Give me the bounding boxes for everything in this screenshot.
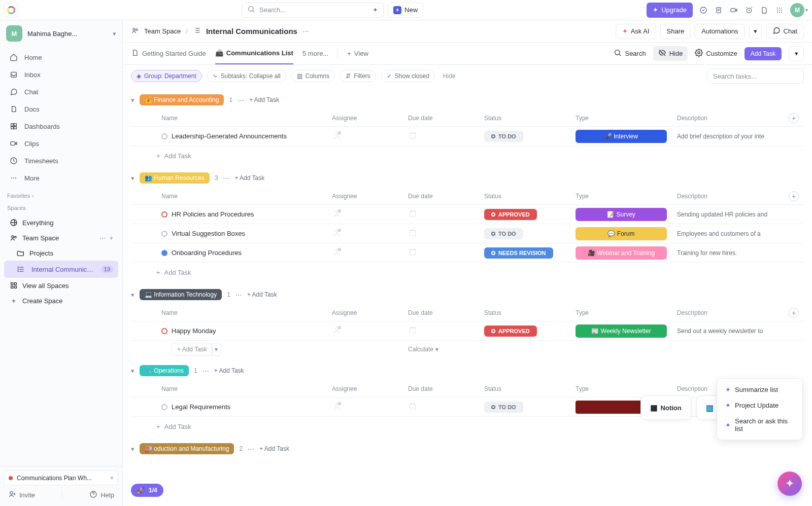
- col-due-date[interactable]: Due date: [408, 309, 484, 316]
- col-type[interactable]: Type: [576, 115, 677, 122]
- type-badge[interactable]: 🎥 Webinar and Training: [576, 246, 667, 260]
- subtasks-chip[interactable]: ⤷Subtasks: Collapse all: [207, 70, 286, 82]
- chevron-down-icon[interactable]: ▾: [131, 174, 134, 182]
- chevron-down-icon[interactable]: ▾: [131, 291, 134, 299]
- ask-search[interactable]: ✦Search or ask this list: [720, 413, 799, 437]
- tab-add-view[interactable]: +View: [347, 43, 368, 64]
- col-name[interactable]: Name: [146, 309, 332, 316]
- doc-icon[interactable]: [760, 6, 769, 15]
- status-badge[interactable]: TO DO: [484, 131, 523, 142]
- status-badge[interactable]: TO DO: [484, 402, 523, 413]
- add-task-row[interactable]: +Add Task: [131, 146, 804, 165]
- status-dot-icon[interactable]: [161, 328, 167, 334]
- columns-chip[interactable]: ▥Columns: [291, 70, 335, 82]
- nav-clips[interactable]: Clips: [4, 135, 118, 152]
- status-badge[interactable]: APPROVED: [484, 209, 537, 220]
- ask-summarize[interactable]: ✦Summarize list: [720, 382, 799, 397]
- task-search[interactable]: Search tasks...: [707, 68, 804, 84]
- status-dot-icon[interactable]: [161, 404, 167, 410]
- group-add-task[interactable]: + Add Task: [259, 445, 289, 452]
- col-status[interactable]: Status: [484, 115, 576, 122]
- add-task-dropdown-inline[interactable]: ▾: [211, 343, 221, 356]
- date-empty-icon[interactable]: [408, 247, 417, 258]
- ask-project-update[interactable]: ✦Project Update: [720, 397, 799, 413]
- col-type[interactable]: Type: [576, 385, 677, 392]
- group-tag[interactable]: 🔧 Operations: [140, 365, 189, 376]
- col-description[interactable]: Description: [677, 193, 789, 200]
- nav-inbox[interactable]: Inbox: [4, 66, 118, 83]
- plus-icon[interactable]: +: [109, 234, 113, 242]
- chevron-down-icon[interactable]: ▾: [131, 367, 134, 375]
- add-task-row[interactable]: +Add Task: [131, 263, 804, 282]
- add-column[interactable]: +: [789, 191, 799, 201]
- favorites-section[interactable]: Favorites›: [0, 189, 122, 201]
- add-task-inline[interactable]: + Add Task: [172, 343, 213, 356]
- automations-dropdown[interactable]: ▾: [749, 24, 762, 39]
- status-dot-icon[interactable]: [161, 250, 167, 256]
- tree-everything[interactable]: Everything: [4, 215, 118, 230]
- task-row[interactable]: Leadership-Generated Announcements TO DO…: [131, 127, 804, 146]
- more-icon[interactable]: ⋯: [99, 234, 106, 242]
- video-icon[interactable]: [729, 6, 738, 15]
- col-assignee[interactable]: Assignee: [332, 309, 408, 316]
- share-button[interactable]: Share: [660, 24, 691, 39]
- status-dot-icon[interactable]: [161, 211, 167, 218]
- tab-getting-started[interactable]: Getting Started Guide: [131, 43, 206, 64]
- group-more[interactable]: ⋯: [223, 174, 229, 182]
- toolbar-hide[interactable]: Hide: [443, 73, 456, 80]
- notepad-icon[interactable]: [714, 6, 723, 15]
- date-empty-icon[interactable]: [408, 402, 417, 412]
- assignee-empty-icon[interactable]: [332, 208, 342, 220]
- tree-projects[interactable]: Projects: [4, 245, 118, 261]
- group-more[interactable]: ⋯: [202, 367, 209, 375]
- customize-button[interactable]: Customize: [695, 49, 737, 58]
- new-button[interactable]: + New: [388, 3, 423, 18]
- tree-view-all[interactable]: View all Spaces: [4, 278, 118, 293]
- type-badge[interactable]: 🎤 Interview: [576, 130, 667, 143]
- group-tag[interactable]: 👥 Human Resources: [140, 172, 210, 184]
- task-row[interactable]: Happy Monday APPROVED 📰 Weekly Newslette…: [131, 321, 804, 341]
- add-task-dropdown[interactable]: ▾: [789, 46, 804, 61]
- tree-create-space[interactable]: +Create Space: [4, 293, 118, 308]
- col-description[interactable]: Description: [677, 309, 789, 316]
- date-empty-icon[interactable]: [408, 326, 417, 336]
- col-type[interactable]: Type: [576, 193, 677, 200]
- nav-more[interactable]: More: [4, 169, 118, 187]
- group-more[interactable]: ⋯: [248, 445, 254, 453]
- filters-chip[interactable]: ⇵Filters: [340, 70, 376, 82]
- col-description[interactable]: Description: [677, 115, 789, 122]
- nav-dashboards[interactable]: Dashboards: [4, 118, 118, 135]
- check-circle-icon[interactable]: [699, 6, 708, 15]
- global-search[interactable]: Search... ✦: [242, 3, 384, 18]
- task-row[interactable]: HR Policies and Procedures APPROVED 📝 Su…: [131, 205, 804, 224]
- workspace-switcher[interactable]: M Mahima Baghe... ▾: [0, 20, 122, 47]
- type-badge[interactable]: 📝 Survey: [576, 208, 667, 221]
- task-row[interactable]: Onboarding Procedures NEEDS REVISION 🎥 W…: [131, 243, 804, 263]
- group-add-task[interactable]: + Add Task: [234, 174, 264, 182]
- task-row[interactable]: Virtual Suggestion Boxes TO DO 💬 Forum E…: [131, 224, 804, 243]
- date-empty-icon[interactable]: [408, 131, 417, 141]
- col-due-date[interactable]: Due date: [408, 193, 484, 200]
- col-name[interactable]: Name: [146, 193, 332, 200]
- apps-icon[interactable]: [775, 6, 784, 15]
- group-add-task[interactable]: + Add Task: [247, 291, 277, 298]
- col-type[interactable]: Type: [576, 309, 677, 316]
- col-name[interactable]: Name: [146, 115, 332, 122]
- col-status[interactable]: Status: [484, 385, 576, 392]
- group-tag[interactable]: 💰 Finance and Accounting: [140, 94, 224, 105]
- assignee-empty-icon[interactable]: [332, 228, 342, 239]
- add-task-button[interactable]: Add Task: [745, 47, 782, 60]
- nav-home[interactable]: Home: [4, 49, 118, 66]
- status-badge[interactable]: NEEDS REVISION: [484, 247, 553, 259]
- chevron-down-icon[interactable]: ▾: [131, 96, 134, 104]
- onboarding-progress[interactable]: 🚀 1/4: [131, 484, 163, 497]
- col-status[interactable]: Status: [484, 193, 576, 200]
- assignee-empty-icon[interactable]: [332, 325, 342, 337]
- show-closed-chip[interactable]: ✓Show closed: [381, 70, 435, 82]
- col-due-date[interactable]: Due date: [408, 385, 484, 392]
- upgrade-button[interactable]: ✦ Upgrade: [647, 3, 693, 18]
- tree-internal-comm[interactable]: Internal Communicati...13: [4, 261, 118, 278]
- assignee-empty-icon[interactable]: [332, 401, 342, 413]
- status-dot-icon[interactable]: [161, 231, 167, 237]
- avatar-menu[interactable]: M ▾: [790, 3, 808, 17]
